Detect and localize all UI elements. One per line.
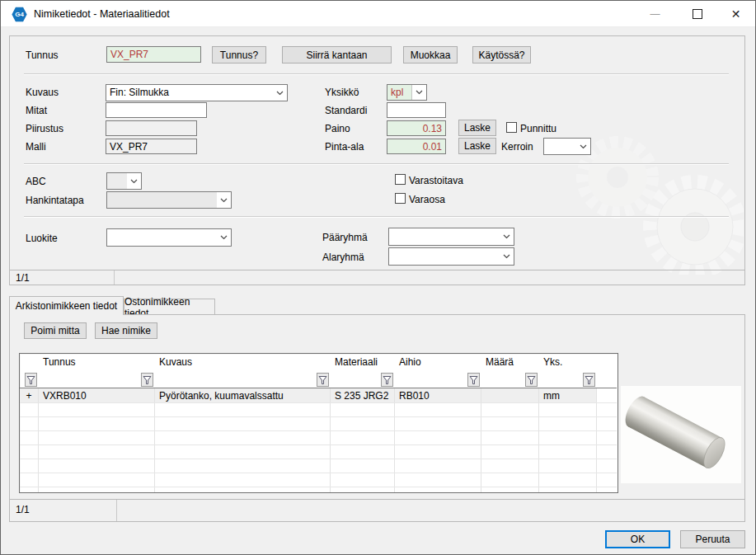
close-icon: ✕ bbox=[731, 7, 741, 21]
muokkaa-button[interactable]: Muokkaa bbox=[403, 46, 458, 63]
kerroin-combobox[interactable] bbox=[543, 138, 591, 155]
gridline bbox=[481, 388, 481, 492]
chevron-down-icon bbox=[411, 85, 426, 100]
paino-input[interactable]: 0.13 bbox=[387, 120, 446, 136]
tunnus-query-button[interactable]: Tunnus? bbox=[212, 46, 266, 63]
tunnus-input[interactable]: VX_PR7 bbox=[106, 46, 201, 63]
filter-button[interactable] bbox=[381, 373, 393, 387]
punnittu-checkbox[interactable] bbox=[506, 122, 517, 133]
funnel-icon bbox=[318, 375, 327, 385]
siirra-kantaan-button[interactable]: Siirrä kantaan bbox=[282, 46, 392, 63]
varaosa-checkbox[interactable] bbox=[395, 193, 406, 204]
hae-nimike-button[interactable]: Hae nimike bbox=[95, 322, 157, 339]
yksikko-value: kpl bbox=[387, 85, 411, 100]
ok-button[interactable]: OK bbox=[605, 530, 670, 548]
chevron-down-icon bbox=[273, 85, 287, 101]
laske-paino-button[interactable]: Laske bbox=[458, 120, 496, 136]
kerroin-label: Kerroin bbox=[501, 141, 533, 153]
gridline bbox=[538, 388, 539, 492]
column-header[interactable] bbox=[20, 356, 38, 369]
cancel-button[interactable]: Peruuta bbox=[680, 530, 745, 548]
chevron-down-icon bbox=[127, 173, 141, 189]
filter-button[interactable] bbox=[25, 373, 37, 387]
abc-combobox[interactable] bbox=[106, 172, 142, 190]
varaosa-label: Varaosa bbox=[409, 194, 445, 205]
standardi-input[interactable] bbox=[387, 102, 446, 118]
alaryhma-label: Alaryhmä bbox=[322, 252, 364, 263]
kaytossa-button[interactable]: Käytössä? bbox=[472, 46, 531, 63]
pinta-ala-input[interactable]: 0.01 bbox=[387, 139, 446, 154]
mitat-input[interactable] bbox=[106, 102, 207, 118]
gridline bbox=[20, 487, 617, 487]
mitat-label: Mitat bbox=[26, 105, 47, 116]
poimi-mitta-button[interactable]: Poimi mitta bbox=[24, 322, 87, 339]
chevron-down-icon bbox=[500, 248, 514, 265]
filter-button[interactable] bbox=[525, 373, 538, 387]
model-preview-viewport[interactable] bbox=[621, 386, 741, 483]
abc-value bbox=[107, 173, 127, 189]
kuvaus-combobox[interactable]: Fin: Silmukka bbox=[106, 84, 288, 101]
tab-label: Arkistonimikkeen tiedot bbox=[16, 300, 117, 312]
cell-yks[interactable]: mm bbox=[543, 390, 593, 402]
cell-kuvaus[interactable]: Pyörötanko, kuumavalssattu bbox=[159, 390, 328, 402]
table-pager: 1/1 bbox=[16, 504, 30, 515]
tab-ostonimikkeen-tiedot[interactable]: Ostonimikkeen tiedot bbox=[124, 299, 215, 315]
tab-arkistonimikkeen-tiedot[interactable]: Arkistonimikkeen tiedot bbox=[9, 296, 124, 315]
gridline bbox=[38, 388, 39, 492]
column-header-maara[interactable]: Määrä bbox=[481, 356, 538, 369]
minimize-button[interactable]: — bbox=[636, 1, 674, 27]
column-header-materiaali[interactable]: Materiaali bbox=[330, 356, 394, 369]
cell-aihio[interactable]: RB010 bbox=[399, 390, 477, 402]
alaryhma-value bbox=[389, 248, 500, 265]
status-divider bbox=[114, 270, 115, 285]
paaryhma-combobox[interactable] bbox=[388, 228, 514, 246]
window-title: Nimiketiedot - Materiaalitiedot bbox=[34, 8, 170, 20]
chevron-down-icon bbox=[500, 228, 514, 245]
chevron-down-icon bbox=[217, 192, 231, 208]
kuvaus-value: Fin: Silmukka bbox=[106, 85, 273, 101]
filter-button[interactable] bbox=[583, 373, 595, 387]
paaryhma-label: Pääryhmä bbox=[322, 232, 368, 243]
status-divider bbox=[10, 499, 744, 500]
punnittu-label: Punnittu bbox=[520, 123, 556, 134]
paaryhma-value bbox=[389, 228, 500, 245]
row-expander[interactable]: + bbox=[20, 390, 38, 402]
luokite-label: Luokite bbox=[26, 233, 58, 244]
close-button[interactable]: ✕ bbox=[717, 1, 754, 27]
gear-watermark bbox=[570, 101, 744, 275]
gridline bbox=[20, 444, 617, 445]
column-header-yks[interactable]: Yks. bbox=[538, 356, 596, 369]
filter-button[interactable] bbox=[467, 373, 480, 387]
hankintatapa-combobox[interactable] bbox=[106, 191, 232, 209]
malli-input[interactable]: VX_PR7 bbox=[106, 139, 197, 154]
column-header-tunnus[interactable]: Tunnus bbox=[38, 356, 154, 369]
abc-label: ABC bbox=[26, 176, 46, 187]
funnel-icon bbox=[527, 375, 536, 385]
record-pager: 1/1 bbox=[16, 272, 30, 284]
varastoitava-checkbox[interactable] bbox=[395, 174, 406, 185]
laske-pinta-ala-button[interactable]: Laske bbox=[458, 138, 496, 154]
yksikko-combobox[interactable]: kpl bbox=[387, 84, 427, 101]
separator bbox=[24, 163, 729, 164]
cell-materiaali[interactable]: S 235 JRG2 bbox=[335, 390, 394, 402]
luokite-combobox[interactable] bbox=[106, 228, 232, 247]
separator bbox=[24, 73, 729, 74]
funnel-icon bbox=[469, 375, 478, 385]
minimize-icon: — bbox=[650, 8, 660, 20]
item-table: Tunnus Kuvaus Materiaali Aihio Määrä Yks… bbox=[19, 353, 618, 493]
filter-button[interactable] bbox=[141, 373, 153, 387]
gridline bbox=[394, 388, 395, 492]
cell-tunnus[interactable]: VXRB010 bbox=[43, 390, 150, 402]
column-header-aihio[interactable]: Aihio bbox=[394, 356, 481, 369]
gridline bbox=[20, 416, 617, 417]
tunnus-label: Tunnus bbox=[26, 49, 59, 61]
maximize-button[interactable] bbox=[679, 1, 716, 27]
gridline bbox=[596, 388, 597, 492]
alaryhma-combobox[interactable] bbox=[388, 247, 514, 266]
gridline bbox=[20, 459, 617, 459]
dialog-window: G4 Nimiketiedot - Materiaalitiedot — ✕ T… bbox=[0, 0, 756, 555]
filter-button[interactable] bbox=[317, 373, 329, 387]
funnel-icon bbox=[383, 375, 392, 385]
piirustus-input[interactable] bbox=[106, 120, 197, 136]
column-header-kuvaus[interactable]: Kuvaus bbox=[154, 356, 330, 369]
